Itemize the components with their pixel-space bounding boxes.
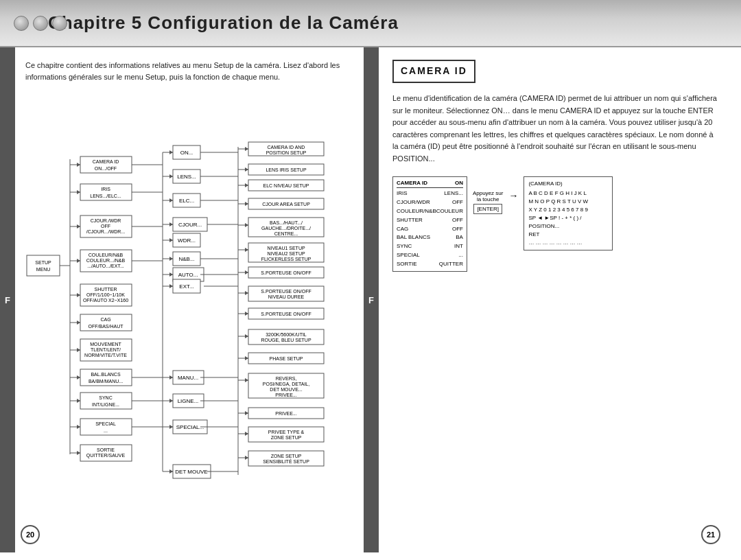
svg-marker-129 — [245, 167, 248, 172]
svg-marker-81 — [169, 222, 173, 226]
chapter-title: Chapitre 5 Configuration de la Caméra — [48, 12, 399, 33]
svg-text:DET MOUVE...: DET MOUVE... — [270, 387, 302, 392]
svg-marker-55 — [77, 425, 80, 429]
svg-text:MOUVEMENT: MOUVEMENT — [90, 342, 121, 347]
svg-marker-200 — [245, 456, 248, 460]
svg-marker-98 — [169, 284, 173, 288]
svg-text:REVERS,: REVERS, — [276, 376, 297, 381]
svg-text:S.PORTEUSE ON/OFF: S.PORTEUSE ON/OFF — [261, 289, 311, 294]
intro-paragraph: Ce chapitre contient des informations re… — [25, 60, 353, 82]
svg-text:MANU...: MANU... — [178, 375, 198, 381]
svg-marker-139 — [245, 202, 248, 206]
svg-text:ELC...: ELC... — [179, 198, 194, 204]
svg-text:IRIS: IRIS — [101, 187, 110, 191]
svg-text:OFF/1/100~1/10K: OFF/1/100~1/10K — [86, 292, 125, 297]
right-page: CAMERA ID Le menu d'identification de la… — [379, 47, 741, 552]
camera-id-heading: CAMERA ID — [401, 65, 467, 76]
setup-diagram: SETUP MENU CAMERA ID ON.../OFF IRIS LENS… — [25, 91, 341, 482]
char-line-1: A B C D E F G H I J K L — [528, 189, 608, 198]
page-number-right: 21 — [701, 525, 720, 544]
svg-text:POSI/NEGA, DETAIL,: POSI/NEGA, DETAIL, — [263, 382, 309, 386]
menu-row-iris: IRISLENS... — [397, 189, 463, 198]
svg-marker-16 — [77, 224, 80, 229]
svg-marker-178 — [245, 356, 248, 360]
svg-text:S.PORTEUSE ON/OFF: S.PORTEUSE ON/OFF — [261, 270, 311, 275]
page-header: Chapitre 5 Configuration de la Caméra — [0, 0, 741, 47]
svg-text:BAS.../HAUT.../: BAS.../HAUT.../ — [270, 220, 303, 225]
page-content: F Ce chapitre contient des informations … — [0, 47, 741, 552]
svg-marker-190 — [245, 411, 248, 415]
svg-text:NIVEAU DUREE: NIVEAU DUREE — [268, 294, 305, 299]
svg-text:CJOUR...: CJOUR... — [178, 222, 202, 228]
char-line-5: POSITION... — [528, 222, 608, 231]
svg-text:SHUTTER: SHUTTER — [94, 287, 117, 292]
svg-text:COULEUR/N&B: COULEUR/N&B — [89, 253, 124, 257]
svg-text:/CJOUR.../WDR...: /CJOUR.../WDR... — [86, 229, 125, 234]
arrow-right: → — [508, 176, 518, 201]
svg-text:BA/BM/MANU...: BA/BM/MANU... — [89, 379, 123, 384]
camera-id-label-top: (CAMERA ID) — [528, 180, 608, 188]
svg-text:FLICKERLESS SETUP: FLICKERLESS SETUP — [261, 257, 311, 261]
svg-text:CAMERA ID: CAMERA ID — [93, 159, 119, 164]
svg-text:SPECIAL...: SPECIAL... — [176, 424, 204, 430]
circle-2 — [33, 16, 48, 31]
menu-row-balblancs: BAL BLANCSBA — [397, 233, 463, 242]
menu-col2-header: ON — [455, 179, 463, 188]
svg-text:DET MOUVE: DET MOUVE — [175, 469, 207, 475]
svg-marker-167 — [245, 312, 248, 316]
svg-text:PRIVEE...: PRIVEE... — [275, 411, 297, 416]
svg-text:SENSIBILITÉ SETUP: SENSIBILITÉ SETUP — [263, 458, 309, 464]
svg-marker-72 — [169, 174, 173, 178]
enter-key-box: [ENTER] — [473, 204, 502, 214]
svg-text:N&B...: N&B... — [178, 256, 194, 262]
char-line-6: RET — [528, 231, 608, 239]
svg-marker-108 — [169, 399, 173, 403]
svg-marker-113 — [169, 425, 173, 429]
svg-text:NIVEAU2 SETUP: NIVEAU2 SETUP — [267, 251, 305, 256]
svg-text:PHASE SETUP: PHASE SETUP — [269, 356, 303, 361]
svg-text:CAG: CAG — [100, 317, 110, 322]
svg-text:CJOUR AREA SETUP: CJOUR AREA SETUP — [262, 202, 310, 207]
svg-text:...: ... — [104, 428, 108, 433]
menu-row-sync: SYNCINT — [397, 242, 463, 251]
svg-text:.../AUTO.../EXT...: .../AUTO.../EXT... — [87, 264, 124, 268]
svg-marker-157 — [245, 270, 248, 275]
right-f-label: F — [368, 295, 374, 305]
svg-text:ON...: ON... — [180, 150, 193, 156]
svg-marker-28 — [77, 293, 80, 297]
svg-text:CENTRE...: CENTRE... — [274, 231, 298, 236]
left-page: Ce chapitre contient des informations re… — [15, 47, 364, 552]
menu-row-cag: CAGOFF — [397, 225, 463, 234]
svg-text:LENS...: LENS... — [177, 174, 196, 180]
svg-marker-39 — [77, 348, 80, 352]
svg-text:WDR...: WDR... — [178, 237, 196, 244]
menu-row-sortie: SORTIEQUITTER — [397, 260, 463, 269]
svg-text:POSITION SETUP: POSITION SETUP — [266, 150, 307, 155]
menu-list: CAMERA ID ON IRISLENS... CJOUR/WDROFF CO… — [392, 176, 467, 272]
svg-text:OFF/AUTO X2~X160: OFF/AUTO X2~X160 — [83, 298, 128, 303]
svg-text:OFF: OFF — [101, 224, 110, 229]
enter-section: Appuyez surla touche [ENTER] — [473, 176, 503, 214]
char-line-2: M N O P Q R S T U V W — [528, 198, 608, 206]
svg-marker-94 — [169, 272, 173, 277]
svg-text:COULEUR.../N&B: COULEUR.../N&B — [86, 258, 126, 263]
svg-marker-60 — [77, 451, 80, 455]
decorative-circles — [14, 16, 67, 31]
svg-text:CJOUR./WDR: CJOUR./WDR — [91, 218, 121, 223]
svg-text:LENS.../ELC...: LENS.../ELC... — [90, 194, 121, 198]
left-f-label: F — [5, 295, 10, 305]
svg-text:GAUCHE.../DROITE.../: GAUCHE.../DROITE.../ — [261, 226, 311, 231]
svg-marker-67 — [169, 150, 173, 154]
svg-marker-134 — [245, 183, 248, 187]
camera-id-description: Le menu d'identification de la caméra (C… — [392, 93, 720, 165]
svg-marker-117 — [169, 469, 173, 474]
svg-text:ELC NIVEAU SETUP: ELC NIVEAU SETUP — [263, 183, 309, 188]
svg-text:MENU: MENU — [36, 267, 51, 272]
char-line-4: SP ◄ ►SP ! - + * ( ) / — [528, 214, 608, 222]
menu-row-special: SPECIAL... — [397, 251, 463, 260]
svg-text:QUITTER/SAUVE: QUITTER/SAUVE — [86, 453, 126, 458]
left-f-bar: F — [0, 47, 15, 552]
svg-marker-143 — [245, 223, 248, 227]
circle-1 — [14, 16, 29, 31]
char-input-box: (CAMERA ID) A B C D E F G H I J K L M N … — [524, 176, 613, 250]
